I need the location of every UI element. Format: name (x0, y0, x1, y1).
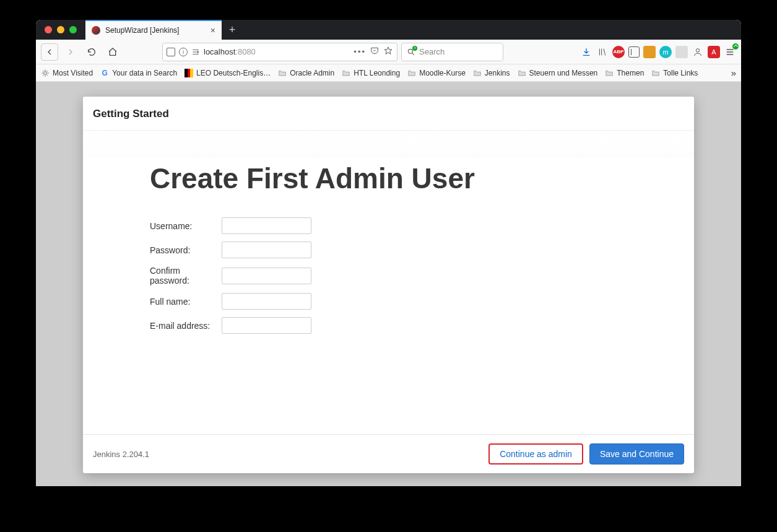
extension-icon-3[interactable] (675, 46, 688, 58)
account-icon[interactable] (692, 46, 704, 58)
leo-icon (184, 69, 193, 77)
wizard-body: Create First Admin User Username: Passwo… (83, 131, 694, 434)
folder-icon (342, 69, 350, 77)
password-label: Password: (150, 245, 222, 255)
folder-icon (518, 69, 526, 77)
wizard-header: Getting Started (83, 97, 694, 131)
username-label: Username: (150, 221, 222, 231)
extension-icon-4[interactable]: A (708, 46, 720, 58)
folder-icon (651, 69, 660, 77)
form-row-confirm-password: Confirm password: (150, 266, 694, 286)
svg-point-2 (696, 48, 699, 51)
home-button[interactable] (104, 43, 121, 61)
tab-bar: SetupWizard [Jenkins] × + (36, 20, 741, 40)
form-row-password: Password: (150, 242, 694, 258)
window-controls (36, 20, 85, 40)
adblock-icon[interactable]: ABP (612, 46, 625, 58)
permissions-icon[interactable] (191, 48, 200, 56)
confirm-password-label: Confirm password: (150, 266, 222, 286)
svg-point-3 (44, 71, 47, 74)
svg-point-0 (197, 51, 198, 52)
setup-wizard: Getting Started Create First Admin User … (83, 97, 694, 473)
jenkins-version: Jenkins 2.204.1 (93, 450, 149, 459)
form-row-email: E-mail address: (150, 317, 694, 334)
folder-icon (407, 69, 416, 77)
google-icon: G (100, 69, 109, 77)
folder-icon (473, 69, 482, 77)
address-bar[interactable]: i localhost:8080 ••• (162, 43, 397, 61)
form-row-username: Username: (150, 217, 694, 234)
close-window-button[interactable] (45, 26, 52, 33)
library-icon[interactable] (596, 46, 609, 58)
search-icon: + (407, 48, 415, 56)
downloads-icon[interactable] (580, 46, 593, 58)
search-placeholder: Search (419, 47, 445, 56)
tracking-protection-icon[interactable] (167, 48, 175, 56)
bookmark-tolle-links[interactable]: Tolle Links (651, 69, 698, 77)
wizard-footer: Jenkins 2.204.1 Continue as admin Save a… (83, 434, 694, 473)
extension-icon-1[interactable] (643, 46, 656, 58)
fullname-input[interactable] (222, 293, 311, 310)
bookmark-steuern-und-messen[interactable]: Steuern und Messen (518, 69, 598, 77)
browser-toolbar: i localhost:8080 ••• + Search ABP m A (36, 40, 741, 64)
maximize-window-button[interactable] (69, 26, 77, 33)
tab-title: SetupWizard [Jenkins] (105, 26, 206, 35)
minimize-window-button[interactable] (57, 26, 64, 33)
site-info-icon[interactable]: i (179, 48, 188, 56)
browser-tab[interactable]: SetupWizard [Jenkins] × (85, 20, 222, 40)
pocket-icon[interactable] (370, 46, 380, 58)
svg-point-1 (408, 49, 412, 53)
email-label: E-mail address: (150, 321, 222, 331)
bookmarks-bar: Most Visited G Your data in Search LEO D… (36, 64, 741, 82)
bookmark-jenkins[interactable]: Jenkins (473, 69, 510, 77)
password-input[interactable] (222, 242, 311, 258)
star-icon (41, 69, 50, 77)
bookmark-oracle-admin[interactable]: Oracle Admin (278, 69, 334, 77)
wizard-title: Create First Admin User (150, 162, 694, 195)
bookmark-themen[interactable]: Themen (605, 69, 644, 77)
hamburger-menu-icon[interactable] (724, 46, 736, 58)
new-tab-button[interactable]: + (222, 20, 243, 40)
save-and-continue-button[interactable]: Save and Continue (589, 443, 684, 464)
bookmark-most-visited[interactable]: Most Visited (41, 69, 93, 77)
bookmark-star-icon[interactable] (383, 46, 393, 58)
confirm-password-input[interactable] (222, 268, 311, 284)
folder-icon (278, 69, 287, 77)
folder-icon (605, 69, 614, 77)
email-input[interactable] (222, 317, 311, 334)
page-actions-icon[interactable]: ••• (354, 47, 366, 56)
form-row-fullname: Full name: (150, 293, 694, 310)
bookmark-moodle-kurse[interactable]: Moodle-Kurse (407, 69, 466, 77)
toolbar-extensions: ABP m A (580, 46, 736, 58)
reader-icon[interactable] (628, 46, 640, 58)
close-tab-icon[interactable]: × (211, 25, 215, 35)
jenkins-favicon (92, 26, 100, 35)
page-content: Getting Started Create First Admin User … (36, 82, 741, 486)
bookmark-htl-leonding[interactable]: HTL Leonding (342, 69, 400, 77)
reload-button[interactable] (83, 43, 100, 61)
forward-button[interactable] (62, 43, 79, 61)
continue-as-admin-button[interactable]: Continue as admin (488, 443, 583, 464)
browser-window: SetupWizard [Jenkins] × + i localhost:80… (36, 20, 741, 486)
fullname-label: Full name: (150, 297, 222, 307)
bookmark-leo[interactable]: LEO Deutsch-Englis… (184, 69, 271, 77)
search-bar[interactable]: + Search (401, 43, 503, 61)
username-input[interactable] (222, 217, 311, 234)
extension-icon-2[interactable]: m (659, 46, 672, 58)
back-button[interactable] (41, 43, 58, 61)
bookmarks-overflow-icon[interactable]: » (731, 68, 736, 78)
bookmark-google[interactable]: G Your data in Search (100, 69, 177, 77)
url-text: localhost:8080 (204, 47, 350, 56)
